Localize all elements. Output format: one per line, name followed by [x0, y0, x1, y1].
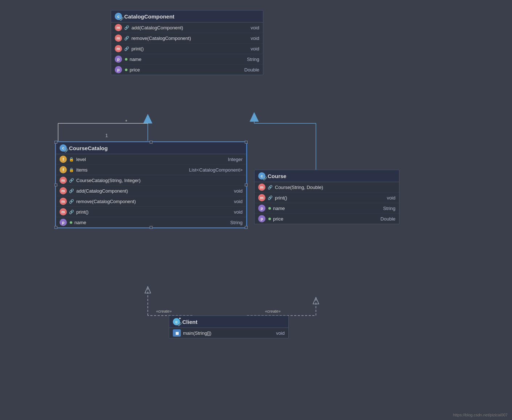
- green-dot: [125, 69, 127, 71]
- field-type: String: [230, 220, 243, 225]
- m-icon: m: [115, 45, 122, 52]
- svg-marker-16: [313, 297, 319, 304]
- field-name: name: [74, 220, 86, 225]
- client-header: c ✦ 🔗 Client: [169, 316, 288, 328]
- course-method-constructor: m 🔗 Course(String, Double): [255, 182, 399, 193]
- handle-tm: [150, 141, 153, 144]
- pub-symbol: 🔗: [268, 185, 273, 190]
- field-name: name: [273, 206, 285, 211]
- course-header: c 🔗 Course: [255, 170, 399, 182]
- svg-marker-1: [143, 114, 152, 123]
- method-name: print(): [131, 46, 144, 52]
- handle-bm: [150, 226, 153, 229]
- catalog-component-header: c 🔗 CatalogComponent: [111, 11, 263, 22]
- course-pub-icon: 🔗: [263, 177, 267, 180]
- pub-symbol: 🔗: [124, 46, 129, 51]
- course-catalog-methods: m 🔗 CourseCatalog(String, Integer) m 🔗 a…: [56, 175, 246, 217]
- cc-field-price: p price Double: [111, 65, 263, 75]
- cc-pub-icon: 🔗: [119, 17, 123, 21]
- field-type: Double: [244, 67, 259, 73]
- method-name: main(String[]): [183, 330, 211, 336]
- svg-text:1: 1: [105, 133, 108, 138]
- svg-marker-9: [250, 112, 259, 122]
- catalog-component-title: CatalogComponent: [124, 13, 174, 20]
- method-type: void: [276, 330, 285, 336]
- method-type: void: [234, 209, 243, 215]
- handle-br: [245, 226, 248, 229]
- field-type: Double: [381, 216, 395, 222]
- course-catalog-title: CourseCatalog: [69, 145, 108, 151]
- method-type: void: [234, 188, 243, 194]
- method-name: add(CatalogComponent): [76, 188, 128, 194]
- cc-method-print: m 🔗 print() void: [111, 44, 263, 54]
- cc-method-add: m 🔗 add(CatalogComponent) void: [111, 22, 263, 33]
- catalog-component-fields: p name String p price Double: [111, 54, 263, 75]
- field-name: price: [273, 216, 283, 222]
- method-name: CourseCatalog(String, Integer): [76, 178, 141, 183]
- method-name: remove(CatalogComponent): [131, 36, 191, 41]
- client-icon-pair: c ✦ 🔗: [173, 318, 180, 325]
- pub-symbol: 🔗: [69, 178, 74, 183]
- cc-method-print: m 🔗 print() void: [56, 207, 246, 217]
- p-icon: p: [60, 219, 67, 226]
- cc-field-items: f 🔒 items List<CatalogComponent>: [56, 165, 246, 175]
- p-icon: p: [115, 55, 122, 63]
- catalog-component-box: c 🔗 CatalogComponent m 🔗 add(CatalogComp…: [111, 10, 263, 75]
- cc2-icon-pair: c 🔗: [60, 144, 67, 152]
- client-method-main: ▦ main(String[]) void: [169, 328, 288, 338]
- course-field-name: p name String: [255, 203, 399, 214]
- pub-symbol: 🔗: [69, 199, 74, 204]
- field-name: price: [130, 67, 140, 73]
- cc-icon-pair: c 🔗: [115, 13, 122, 20]
- method-name: print(): [275, 195, 287, 201]
- svg-text:*: *: [125, 119, 127, 124]
- m-icon: m: [60, 208, 67, 215]
- client-methods: ▦ main(String[]) void: [169, 328, 288, 338]
- method-name: remove(CatalogComponent): [76, 199, 136, 204]
- method-name: Course(String, Double): [275, 185, 323, 190]
- p-icon: p: [115, 66, 122, 73]
- pub-symbol: 🔗: [69, 210, 74, 214]
- client-title: Client: [182, 319, 198, 325]
- method-type: void: [251, 36, 259, 41]
- method-type: void: [251, 25, 259, 30]
- field-type: String: [383, 206, 395, 211]
- field-type: Integer: [228, 157, 243, 162]
- field-type: List<CatalogComponent>: [189, 167, 243, 173]
- m-icon: m: [115, 34, 122, 42]
- method-name: print(): [76, 209, 89, 215]
- svg-text:«create»: «create»: [265, 309, 281, 313]
- pub-symbol: 🔗: [268, 195, 273, 200]
- course-title: Course: [268, 173, 287, 179]
- m-icon: m: [258, 184, 265, 191]
- p-icon: p: [258, 205, 265, 212]
- f-icon: f: [60, 166, 67, 173]
- pub-symbol: 🔗: [69, 189, 74, 193]
- green-dot: [268, 218, 271, 220]
- green-dot: [70, 221, 72, 224]
- course-methods: m 🔗 Course(String, Double) m 🔗 print() v…: [255, 182, 399, 203]
- lock-symbol: 🔒: [69, 168, 74, 172]
- green-dot: [125, 58, 127, 61]
- client-pub-icon: 🔗: [178, 322, 182, 326]
- course-fields: p name String p price Double: [255, 203, 399, 224]
- field-type: String: [247, 57, 259, 62]
- m-icon: m: [60, 198, 67, 205]
- svg-text:«create»: «create»: [156, 309, 172, 313]
- m-icon: m: [258, 194, 265, 201]
- course-catalog-fields-top: f 🔒 level Integer f 🔒 items List<Catalog…: [56, 154, 246, 175]
- client-box: c ✦ 🔗 Client ▦ main(String[]) void: [169, 316, 289, 338]
- f-icon: f: [60, 156, 67, 163]
- cc2-pub-icon: 🔗: [64, 149, 68, 152]
- catalog-component-methods: m 🔗 add(CatalogComponent) void m 🔗 remov…: [111, 22, 263, 54]
- course-catalog-header: c 🔗 CourseCatalog: [56, 142, 246, 154]
- cc-method-remove: m 🔗 remove(CatalogComponent) void: [56, 196, 246, 207]
- course-field-price: p price Double: [255, 214, 399, 224]
- handle-ml: [54, 184, 57, 186]
- lock-symbol: 🔒: [69, 157, 74, 162]
- handle-bl: [54, 226, 57, 229]
- p-icon: p: [258, 215, 265, 222]
- cc-method-constructor: m 🔗 CourseCatalog(String, Integer): [56, 175, 246, 186]
- field-name: items: [76, 167, 88, 173]
- cc-field-name: p name String: [111, 54, 263, 65]
